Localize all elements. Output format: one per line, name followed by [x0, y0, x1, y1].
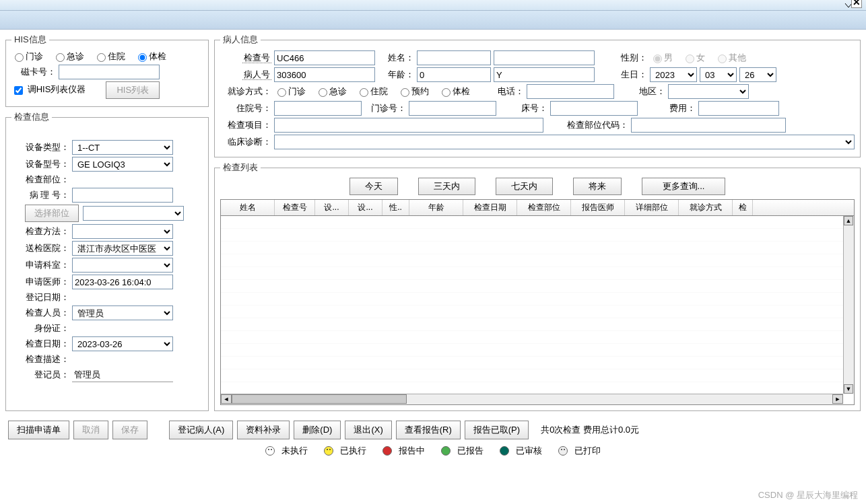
col-last[interactable]: 检	[733, 200, 753, 215]
phone-input[interactable]	[527, 84, 614, 99]
his-radio-checkup[interactable]: 体检	[135, 50, 166, 63]
three-days-button[interactable]: 三天内	[418, 178, 475, 195]
select-part-button[interactable]: 选择部位	[25, 205, 79, 222]
left-column: HIS信息 门诊 急诊 住院 体检 磁卡号： 调HIS列表仪器 HIS列表 检查…	[3, 32, 211, 414]
col-detail[interactable]: 详细部位	[625, 200, 679, 215]
examiner-label: 检查人员：	[11, 307, 72, 319]
partcode-input[interactable]	[631, 118, 786, 133]
visit-inpatient-radio[interactable]: 住院	[356, 85, 388, 98]
titlebar: ✕	[0, 11, 866, 30]
device-model-select[interactable]: GE LOGIQ3	[72, 157, 173, 172]
dept-label: 申请科室：	[11, 259, 72, 271]
his-radio-inpatient[interactable]: 住院	[94, 50, 125, 63]
diag-select[interactable]	[274, 135, 855, 149]
patient-no-input[interactable]	[274, 67, 375, 82]
visit-outpatient-radio[interactable]: 门诊	[274, 85, 306, 98]
report-taken-button[interactable]: 报告已取(P)	[465, 421, 529, 439]
patient-legend: 病人信息	[220, 34, 261, 46]
col-dev1[interactable]: 设...	[315, 200, 349, 215]
sex-male-radio[interactable]: 男	[650, 52, 673, 64]
face-icon	[265, 446, 275, 456]
age-unit-input[interactable]	[494, 67, 595, 82]
dept-select[interactable]	[72, 258, 173, 273]
save-button[interactable]: 保存	[112, 421, 147, 439]
delete-button[interactable]: 删除(D)	[294, 421, 341, 439]
card-label: 磁卡号：	[11, 66, 59, 78]
reg-date-label: 登记日期：	[11, 291, 72, 303]
view-report-button[interactable]: 查看报告(R)	[396, 421, 461, 439]
age-input[interactable]	[417, 67, 491, 82]
exit-button[interactable]: 退出(X)	[345, 421, 391, 439]
visit-emergency-radio[interactable]: 急诊	[315, 85, 347, 98]
clinic-no-input[interactable]	[409, 101, 496, 116]
scroll-down-icon[interactable]: ▼	[844, 384, 853, 394]
name-label: 姓名：	[375, 52, 417, 64]
bed-input[interactable]	[550, 101, 638, 116]
col-sex[interactable]: 性..	[382, 200, 409, 215]
visit-appointment-radio[interactable]: 预约	[397, 85, 429, 98]
his-radio-outpatient[interactable]: 门诊	[11, 50, 43, 63]
col-age[interactable]: 年龄	[409, 200, 463, 215]
region-select[interactable]	[668, 84, 749, 99]
check-no-input[interactable]	[274, 50, 375, 65]
card-input[interactable]	[59, 65, 160, 79]
seven-days-button[interactable]: 七天内	[496, 178, 553, 195]
today-button[interactable]: 今天	[349, 178, 398, 195]
birth-month-select[interactable]: 03	[700, 67, 737, 82]
scroll-up-icon[interactable]: ▲	[844, 216, 853, 225]
doctor-label: 申请医师：	[11, 276, 72, 288]
col-date[interactable]: 检查日期	[463, 200, 517, 215]
his-radio-emergency[interactable]: 急诊	[53, 50, 84, 63]
col-name[interactable]: 姓名	[221, 200, 275, 215]
col-visit[interactable]: 就诊方式	[679, 200, 733, 215]
select-part-select[interactable]	[83, 206, 184, 221]
fee-input[interactable]	[698, 101, 779, 116]
horizontal-scrollbar[interactable]: ◄ ►	[221, 394, 843, 404]
cancel-button[interactable]: 取消	[73, 421, 108, 439]
scan-button[interactable]: 扫描申请单	[8, 421, 69, 439]
device-type-select[interactable]: 1--CT	[72, 140, 173, 155]
path-no-input[interactable]	[72, 188, 173, 203]
circle-icon	[500, 446, 509, 456]
exam-date-select[interactable]: 2023-03-26	[72, 336, 173, 351]
exam-info-group: 检查信息 设备类型： 1--CT 设备型号： GE LOGIQ3 检查部位： 病…	[5, 111, 209, 411]
sex-other-radio[interactable]: 其他	[714, 52, 746, 64]
exam-table[interactable]: 姓名 检查号 设... 设... 性.. 年龄 检查日期 检查部位 报告医师 详…	[220, 199, 855, 405]
col-part[interactable]: 检查部位	[517, 200, 571, 215]
exam-method-select[interactable]	[72, 224, 173, 239]
vertical-scrollbar[interactable]: ▲ ▼	[843, 216, 854, 394]
supplement-button[interactable]: 资料补录	[237, 421, 290, 439]
exam-legend: 检查信息	[11, 111, 52, 123]
name-input[interactable]	[417, 50, 491, 65]
register-button[interactable]: 登记病人(A)	[169, 421, 233, 439]
visit-checkup-radio[interactable]: 体检	[438, 85, 470, 98]
registrar-input[interactable]	[72, 367, 173, 382]
birth-day-select[interactable]: 26	[739, 67, 776, 82]
birth-year-select[interactable]: 2023	[650, 67, 697, 82]
close-icon[interactable]: ✕	[851, 0, 862, 8]
col-doctor[interactable]: 报告医师	[571, 200, 625, 215]
item-input[interactable]	[274, 118, 543, 133]
exam-part-label: 检查部位：	[11, 174, 72, 186]
partcode-label: 检查部位代码：	[557, 119, 631, 131]
hislist-button[interactable]: HIS列表	[106, 81, 160, 99]
examiner-select[interactable]: 管理员	[72, 305, 173, 320]
his-legend: HIS信息	[11, 34, 49, 46]
table-body[interactable]	[221, 216, 854, 404]
sex-female-radio[interactable]: 女	[682, 52, 705, 64]
hislist-checkbox[interactable]: 调HIS列表仪器	[11, 83, 86, 96]
col-dev2[interactable]: 设...	[349, 200, 382, 215]
phone-label: 电话：	[493, 85, 527, 98]
doctor-input[interactable]	[72, 275, 173, 289]
col-checkno[interactable]: 检查号	[275, 200, 315, 215]
future-button[interactable]: 将来	[573, 178, 622, 195]
name-extra-input[interactable]	[494, 50, 595, 65]
adm-no-input[interactable]	[274, 101, 362, 116]
more-query-button[interactable]: 更多查询...	[642, 178, 726, 195]
right-column: 病人信息 检查号 姓名： 性别： 男 女 其他 病人号 年龄： 生日： 2023	[211, 32, 863, 414]
hospital-select[interactable]: 湛江市赤坎区中医医	[72, 241, 173, 256]
list-legend: 检查列表	[220, 161, 261, 174]
scroll-thumb[interactable]	[232, 394, 407, 404]
scroll-right-icon[interactable]: ►	[832, 394, 843, 404]
scroll-left-icon[interactable]: ◄	[221, 394, 232, 404]
